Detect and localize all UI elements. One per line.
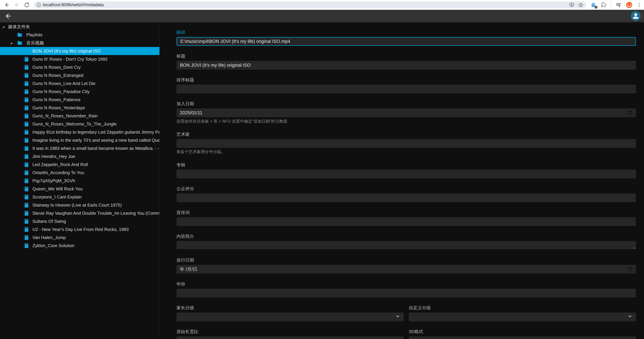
date_added-input[interactable]: 2025/01/11 — [176, 108, 636, 117]
field-aspect_ratio: 原始长宽比 — [176, 329, 404, 339]
release_date-input[interactable]: 年 /月/日 — [176, 265, 636, 274]
movie-icon — [24, 121, 30, 127]
browser-menu-icon[interactable] — [636, 2, 642, 8]
tree-media-item[interactable]: Guns N Roses_Paradise City — [0, 88, 160, 96]
tree-media-item[interactable]: Orianthi_According To You — [0, 168, 160, 177]
tree-item-label: Stevie Ray Vaughan And Double Trouble_Im… — [32, 211, 160, 216]
movie-icon — [24, 210, 30, 216]
expand-arrow-icon[interactable]: ◢ — [10, 42, 17, 44]
year-input[interactable] — [176, 289, 636, 298]
field-label: 标题 — [176, 53, 636, 59]
chevron-down-icon — [628, 314, 632, 320]
install-app-icon[interactable] — [569, 2, 574, 8]
tree-media-item[interactable]: Scorpions_I Cant Explain — [0, 193, 160, 201]
field-format_3d: 3D格式 — [409, 329, 636, 339]
site-info-icon[interactable] — [36, 2, 41, 7]
field-helper: 设置如何在仪表板 > 库 > NFO 设置中确定“添加日期”的元数据 — [176, 118, 636, 124]
app-back-icon[interactable] — [4, 12, 12, 20]
tree-item-label: Guns N Roses_Live And Let Die — [32, 81, 96, 86]
playlist-extension-icon[interactable] — [616, 2, 622, 8]
tree-media-item[interactable]: U2 - New Year’s Day Live From Red Rocks,… — [0, 225, 160, 234]
field-label: 路径 — [176, 30, 636, 35]
user-avatar-button[interactable] — [631, 11, 640, 21]
tree-media-item[interactable]: Van Halen_Jump — [0, 234, 160, 242]
tree-item-label: Happy 81st birthday to legendary Led Zep… — [32, 130, 160, 135]
tree-media-item[interactable]: Guns N Roses_Live And Let Die — [0, 80, 160, 88]
tree-item-label: Guns N Roses_Estranged — [32, 73, 84, 78]
field-label: 自定义分级 — [409, 305, 636, 311]
format_3d-select[interactable] — [409, 336, 636, 339]
field-label: 排序标题 — [176, 77, 636, 83]
field-label: 内容简介 — [176, 234, 636, 239]
field-release_date: 发行日期年 /月/日 — [176, 257, 636, 274]
overview-textarea-wrap — [176, 241, 636, 250]
tree-folder-item[interactable]: ◢音乐视频 — [0, 39, 160, 47]
extensions-puzzle-icon[interactable] — [601, 2, 606, 8]
movie-icon — [24, 146, 30, 151]
tagline-input[interactable] — [176, 217, 636, 226]
ghost-extension-icon[interactable]: 1 — [590, 2, 596, 8]
tree-media-item[interactable]: Guns N Roses_Yesterdays — [0, 104, 160, 112]
tree-root-item[interactable]: ◢媒体文件夹 — [0, 23, 160, 31]
tree-media-item[interactable]: Sultans Of Swing — [0, 217, 160, 225]
path-input[interactable] — [176, 37, 636, 46]
tree-item-label: Guns_N_Roses_November_Rain — [32, 113, 98, 118]
app-header — [0, 10, 644, 22]
browser-forward-icon[interactable] — [14, 2, 20, 8]
resize-grip-icon[interactable] — [633, 246, 635, 249]
tree-media-item[interactable]: Guns N Roses_Estranged — [0, 71, 160, 80]
sort_title-input[interactable] — [176, 84, 636, 94]
community_rating-input[interactable] — [176, 194, 636, 202]
tree-media-item[interactable]: Stairway to Heaven (Live at Earls Court … — [0, 201, 160, 209]
movie-icon — [24, 226, 30, 232]
browser-chrome: localhost:8096/web/#/metadata 1 — [0, 0, 644, 10]
tree-media-item[interactable]: Guns_N_Roses_November_Rain — [0, 112, 160, 120]
expand-arrow-icon[interactable]: ◢ — [2, 25, 8, 28]
browser-profile-avatar[interactable] — [626, 2, 632, 8]
tree-media-item[interactable]: Zyklon_Core Solution — [0, 242, 160, 250]
movie-icon — [24, 162, 30, 168]
parental_rating-select[interactable] — [176, 312, 404, 321]
field-label: 年份 — [176, 281, 636, 287]
tree-media-item[interactable]: BON JOVI (It's my life) original ISO — [0, 47, 160, 55]
tree-media-item[interactable]: It was in 1983 when a small band became … — [0, 144, 160, 152]
tree-item-label: Playlists — [26, 32, 42, 38]
movie-icon — [24, 218, 30, 224]
movie-icon — [24, 64, 30, 70]
tree-media-item[interactable]: Stevie Ray Vaughan And Double Trouble_Im… — [0, 209, 160, 217]
tree-item-label: 媒体文件夹 — [8, 24, 30, 30]
tree-media-item[interactable]: Led Zeppelin_Rock And Roll — [0, 160, 160, 168]
movie-icon — [24, 113, 30, 119]
tree-item-label: Guns_N_Roses_Welcome_To_The_Jungle — [32, 122, 116, 127]
browser-back-icon[interactable] — [4, 2, 10, 8]
bookmark-star-icon[interactable] — [578, 2, 584, 8]
tree-folder-item[interactable]: Playlists — [0, 31, 160, 39]
calendar-icon[interactable] — [628, 110, 632, 116]
field-year: 年份 — [176, 281, 636, 298]
artists-input[interactable] — [176, 139, 636, 148]
tree-media-item[interactable]: Guns N Roses_Dont Cry — [0, 63, 160, 71]
tree-media-item[interactable]: Guns_N_Roses_Welcome_To_The_Jungle — [0, 120, 160, 128]
release_date-value: 年 /月/日 — [180, 266, 198, 272]
browser-reload-icon[interactable] — [24, 2, 30, 8]
tree-media-item[interactable]: Jimi Hendrix_Hey Joe — [0, 152, 160, 160]
tree-media-item[interactable]: Pqy7qX0yPqM_3GVh — [0, 177, 160, 185]
tree-media-item[interactable]: Queen_We Will Rock You — [0, 185, 160, 193]
album-input[interactable] — [176, 170, 636, 178]
tree-media-item[interactable]: Guns N' Roses - Don’t Cry Tokyo 1992 — [0, 55, 160, 63]
title-input[interactable] — [176, 61, 636, 70]
address-bar[interactable]: localhost:8096/web/#/metadata — [34, 1, 586, 8]
calendar-icon[interactable] — [628, 266, 632, 272]
field-sort_title: 排序标题 — [176, 77, 636, 94]
overview-textarea[interactable] — [176, 241, 636, 249]
tree-media-item[interactable]: Guns N Roses_Patience — [0, 96, 160, 104]
custom_rating-select[interactable] — [409, 312, 636, 321]
tree-item-label: Guns N Roses_Yesterdays — [32, 105, 85, 110]
tree-media-item[interactable]: Happy 81st birthday to legendary Led Zep… — [0, 128, 160, 136]
page-content: ◢媒体文件夹Playlists◢音乐视频BON JOVI (It's my li… — [0, 22, 644, 339]
aspect_ratio-input[interactable] — [176, 336, 404, 339]
browser-extensions-area: 1 — [590, 2, 642, 8]
field-helper: 将多个艺术家用分号分隔。 — [176, 149, 636, 154]
tree-media-item[interactable]: Imagine living in the early 70's and see… — [0, 136, 160, 144]
tree-item-label: Stairway to Heaven (Live at Earls Court … — [32, 202, 122, 208]
